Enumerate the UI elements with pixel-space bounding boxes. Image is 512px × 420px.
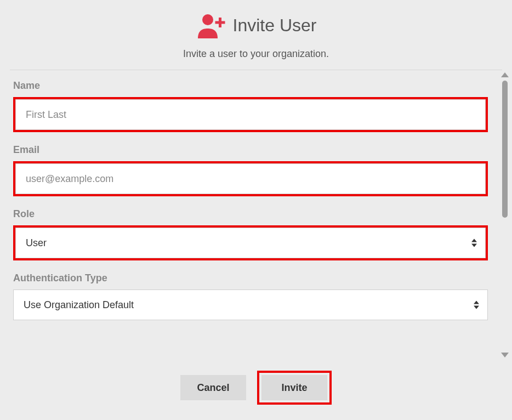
scrollbar-thumb[interactable] bbox=[502, 81, 508, 218]
role-selected-value: User bbox=[26, 237, 47, 249]
invite-user-dialog: Invite User Invite a user to your organi… bbox=[0, 0, 512, 420]
role-highlight: User bbox=[13, 225, 488, 260]
scroll-down-arrow-icon[interactable] bbox=[501, 353, 509, 357]
role-select[interactable]: User bbox=[15, 228, 486, 258]
user-plus-icon bbox=[196, 12, 226, 38]
role-label: Role bbox=[13, 208, 488, 220]
dialog-footer: Cancel Invite bbox=[0, 360, 512, 420]
dialog-body: Name Email Role User bbox=[10, 70, 512, 360]
email-input[interactable] bbox=[15, 163, 486, 194]
dialog-title: Invite User bbox=[233, 15, 317, 36]
cancel-button[interactable]: Cancel bbox=[180, 375, 246, 400]
email-label: Email bbox=[13, 144, 488, 156]
auth-type-select[interactable]: Use Organization Default bbox=[13, 290, 488, 320]
auth-type-label: Authentication Type bbox=[13, 273, 488, 284]
name-group: Name bbox=[13, 80, 488, 132]
scrollbar-track[interactable] bbox=[502, 81, 508, 349]
header-title-row: Invite User bbox=[196, 12, 317, 38]
dialog-header: Invite User Invite a user to your organi… bbox=[0, 0, 512, 70]
scroll-up-arrow-icon[interactable] bbox=[501, 72, 509, 77]
name-label: Name bbox=[13, 80, 488, 92]
auth-type-selected-value: Use Organization Default bbox=[24, 299, 134, 311]
invite-button[interactable]: Invite bbox=[261, 375, 327, 400]
email-highlight bbox=[13, 161, 488, 196]
dialog-subtitle: Invite a user to your organization. bbox=[11, 48, 501, 60]
form-area: Name Email Role User bbox=[10, 70, 498, 360]
role-group: Role User bbox=[13, 208, 488, 260]
auth-type-group: Authentication Type Use Organization Def… bbox=[13, 273, 488, 320]
svg-point-0 bbox=[202, 14, 213, 25]
email-group: Email bbox=[13, 144, 488, 196]
name-input[interactable] bbox=[15, 99, 486, 130]
invite-highlight: Invite bbox=[257, 371, 332, 405]
svg-rect-2 bbox=[215, 21, 225, 24]
name-highlight bbox=[13, 97, 488, 132]
vertical-scrollbar[interactable] bbox=[498, 70, 512, 360]
